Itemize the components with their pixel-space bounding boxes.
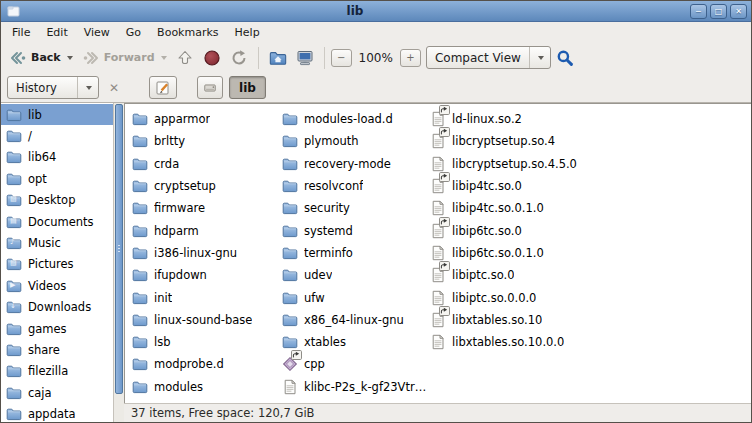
edit-location-button[interactable] — [149, 76, 177, 99]
close-button[interactable]: ✕ — [730, 4, 747, 19]
file-item-label: libxtables.so.10.0.0 — [452, 335, 564, 349]
symlink-emblem-icon — [291, 350, 302, 360]
file-item-x86-64-linux-gnu[interactable]: x86_64-linux-gnu — [282, 309, 430, 331]
folder-icon — [132, 312, 149, 328]
file-item-klibc-p2s-k-gf23vtrg[interactable]: klibc-P2s_k-gf23VtrG... — [282, 376, 430, 398]
back-chevron-down-icon[interactable] — [67, 56, 73, 60]
sidebar-item-lib64[interactable]: lib64 — [1, 147, 113, 168]
sidebar-item-music[interactable]: ♪Music — [1, 232, 113, 253]
file-item-security[interactable]: security — [282, 197, 430, 219]
file-item-ifupdown[interactable]: ifupdown — [132, 264, 282, 286]
sidebar-item-share[interactable]: share — [1, 339, 113, 360]
zoom-in-button[interactable]: + — [400, 49, 421, 67]
sidebar-item-caja[interactable]: caja — [1, 382, 113, 403]
file-item-apparmor[interactable]: apparmor — [132, 108, 282, 130]
file-item-ld-linux-so-2[interactable]: ld-linux.so.2 — [430, 108, 751, 130]
file-item-linux-sound-base[interactable]: linux-sound-base — [132, 309, 282, 331]
file-item-cpp[interactable]: cpp — [282, 353, 430, 375]
file-item-terminfo[interactable]: terminfo — [282, 242, 430, 264]
file-item-libcryptsetup-so-4[interactable]: libcryptsetup.so.4 — [430, 130, 751, 152]
file-item-brltty[interactable]: brltty — [132, 130, 282, 152]
sidebar-item-root[interactable]: / — [1, 125, 113, 146]
home-button[interactable] — [265, 46, 291, 70]
sidebar-item-downloads[interactable]: ↓Downloads — [1, 297, 113, 318]
file-item-hdparm[interactable]: hdparm — [132, 219, 282, 241]
menu-go[interactable]: Go — [118, 24, 149, 41]
file-item-modules[interactable]: modules — [132, 376, 282, 398]
edit-location-icon — [155, 80, 171, 96]
symlink-emblem-icon — [439, 105, 450, 115]
folder-icon — [6, 321, 23, 337]
folder-icon — [6, 385, 23, 401]
sidebar-item-opt[interactable]: opt — [1, 168, 113, 189]
sidebar-item-games[interactable]: games — [1, 318, 113, 339]
sidebar-scrollbar-thumb[interactable] — [115, 104, 123, 394]
forward-icon — [82, 49, 100, 67]
refresh-button[interactable] — [226, 46, 252, 70]
document-icon — [430, 200, 447, 216]
file-item-libiptc-so-0[interactable]: libiptc.so.0 — [430, 264, 751, 286]
location-bar: History ✕ lib — [1, 73, 751, 102]
file-item-libxtables-so-10[interactable]: libxtables.so.10 — [430, 309, 751, 331]
file-item-plymouth[interactable]: plymouth — [282, 130, 430, 152]
document-icon — [282, 379, 299, 395]
file-item-label: ifupdown — [154, 268, 207, 282]
file-item-label: resolvconf — [304, 179, 363, 193]
forward-chevron-down-icon — [161, 56, 167, 60]
menu-file[interactable]: File — [4, 24, 38, 41]
stop-button[interactable] — [199, 46, 225, 70]
sidebar-item-filezilla[interactable]: filezilla — [1, 361, 113, 382]
path-root-button[interactable] — [197, 76, 223, 99]
file-item-cryptsetup[interactable]: cryptsetup — [132, 175, 282, 197]
toolbar-separator — [258, 47, 259, 69]
menu-edit[interactable]: Edit — [38, 24, 75, 41]
menu-bookmarks[interactable]: Bookmarks — [149, 24, 226, 41]
menu-help[interactable]: Help — [227, 24, 268, 41]
path-current-button[interactable]: lib — [229, 76, 266, 99]
file-item-libiptc-so-0-0-0[interactable]: libiptc.so.0.0.0 — [430, 286, 751, 308]
file-column-1: apparmorbrlttycrdacryptsetupfirmwarehdpa… — [132, 108, 282, 403]
menu-view[interactable]: View — [76, 24, 118, 41]
file-item-libip4tc-so-0[interactable]: libip4tc.so.0 — [430, 175, 751, 197]
file-item-firmware[interactable]: firmware — [132, 197, 282, 219]
sidebar-item-documents[interactable]: ▤Documents — [1, 211, 113, 232]
file-item-libip4tc-so-0-1-0[interactable]: libip4tc.so.0.1.0 — [430, 197, 751, 219]
sidebar-item-appdata[interactable]: appdata — [1, 403, 113, 422]
file-item-udev[interactable]: udev — [282, 264, 430, 286]
file-item-recovery-mode[interactable]: recovery-mode — [282, 153, 430, 175]
file-item-libip6tc-so-0-1-0[interactable]: libip6tc.so.0.1.0 — [430, 242, 751, 264]
sidebar-item-lib[interactable]: lib — [1, 104, 113, 125]
file-item-libip6tc-so-0[interactable]: libip6tc.so.0 — [430, 219, 751, 241]
zoom-out-button[interactable]: − — [331, 49, 352, 67]
history-select[interactable]: History — [7, 76, 99, 99]
file-item-lsb[interactable]: lsb — [132, 331, 282, 353]
view-mode-select[interactable]: Compact View — [426, 46, 551, 69]
computer-button[interactable] — [292, 46, 318, 70]
sidebar-scrollbar[interactable] — [113, 103, 124, 422]
back-button[interactable]: Back — [5, 46, 77, 70]
file-item-modprobe-d[interactable]: modprobe.d — [132, 353, 282, 375]
file-item-crda[interactable]: crda — [132, 153, 282, 175]
file-item-label: udev — [304, 268, 332, 282]
file-item-i386-linux-gnu[interactable]: i386-linux-gnu — [132, 242, 282, 264]
folder-icon: ▶ — [6, 278, 23, 294]
file-item-libxtables-so-10-0-0[interactable]: libxtables.so.10.0.0 — [430, 331, 751, 353]
forward-button[interactable]: Forward — [78, 46, 171, 70]
file-item-ufw[interactable]: ufw — [282, 286, 430, 308]
symlink-emblem-icon — [439, 306, 450, 316]
sidebar-item-desktop[interactable]: ▨Desktop — [1, 190, 113, 211]
sidebar-item-videos[interactable]: ▶Videos — [1, 275, 113, 296]
file-item-xtables[interactable]: xtables — [282, 331, 430, 353]
up-button[interactable] — [172, 46, 198, 70]
file-item-systemd[interactable]: systemd — [282, 219, 430, 241]
close-sidebar-button[interactable]: ✕ — [105, 81, 123, 95]
file-item-libcryptsetup-so-4-5-0[interactable]: libcryptsetup.so.4.5.0 — [430, 153, 751, 175]
sidebar-item-pictures[interactable]: ▧Pictures — [1, 254, 113, 275]
search-button[interactable] — [552, 46, 578, 70]
folder-icon — [282, 133, 299, 149]
file-item-init[interactable]: init — [132, 286, 282, 308]
minimize-button[interactable]: ─ — [690, 4, 707, 19]
maximize-button[interactable]: □ — [710, 4, 727, 19]
file-item-resolvconf[interactable]: resolvconf — [282, 175, 430, 197]
file-item-modules-load-d[interactable]: modules-load.d — [282, 108, 430, 130]
